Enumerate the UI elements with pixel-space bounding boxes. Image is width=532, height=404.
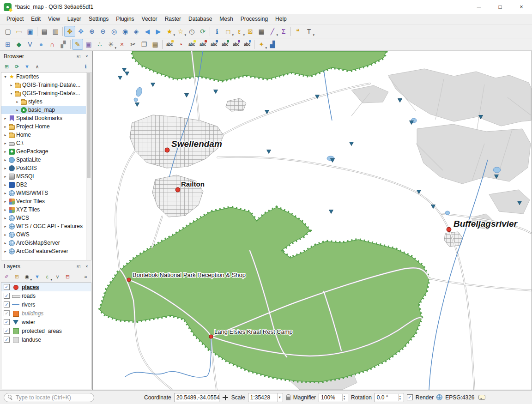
browser-item-vector-tiles[interactable]: ▸Vector Tiles (1, 197, 91, 205)
browser-item-basic-map[interactable]: ▸basic_map (1, 106, 91, 114)
browser-item-styles[interactable]: ▸styles (1, 97, 91, 106)
menu-view[interactable]: View (44, 15, 64, 23)
browser-item-arcgismapserver[interactable]: ▸ArcGisMapServer (1, 239, 91, 247)
browser-item-wcs[interactable]: ▸WCS (1, 214, 91, 222)
spin-down-icon[interactable]: ▾ (399, 398, 401, 400)
collapse-all-button[interactable]: ∧ (32, 62, 42, 72)
expand-arrow-icon[interactable]: ▸ (3, 233, 7, 237)
scale-combobox[interactable]: 1:35428 ▾ (248, 393, 283, 402)
pin-unpin-labels-button[interactable]: abc (197, 39, 208, 50)
filter-browser-button[interactable]: ▼ (22, 62, 32, 72)
browser-item-qgis-training-data-s[interactable]: ▾QGIS-Training-Data\s... (1, 89, 91, 97)
layer-labeling-button[interactable]: abc (164, 39, 175, 50)
data-source-manager-button[interactable]: ⊞ (2, 39, 13, 50)
zoom-full-button[interactable]: ◎ (109, 26, 120, 37)
layer-styling-button[interactable]: ✐ (2, 272, 12, 282)
close-button[interactable]: × (511, 0, 532, 14)
map-tips-button[interactable]: ❝ (292, 26, 303, 37)
add-selected-layers-button[interactable]: ⊞ (2, 62, 12, 72)
menu-plugins[interactable]: Plugins (112, 15, 138, 23)
zoom-last-button[interactable]: ◀ (142, 26, 153, 37)
locate-input[interactable]: Type to locate (Ctrl+K) (4, 393, 94, 402)
expand-arrow-icon[interactable]: ▸ (3, 175, 7, 179)
save-layer-edits-button[interactable]: ▣ (83, 39, 94, 50)
new-spatial-bookmark-button[interactable]: ★▾ (164, 26, 175, 37)
expand-arrow-icon[interactable]: ▸ (3, 241, 7, 245)
browser-item-xyz-tiles[interactable]: ▸XYZ Tiles (1, 205, 91, 214)
layer-item-landuse[interactable]: ✓landuse (1, 335, 91, 344)
save-project-button[interactable]: ▣ (24, 26, 36, 37)
statistical-summary-button[interactable]: Σ (278, 26, 289, 37)
expand-arrow-icon[interactable]: ▸ (3, 208, 7, 212)
deselect-features-button[interactable]: ⊠ (245, 26, 256, 37)
open-project-button[interactable]: ▭ (13, 26, 24, 37)
browser-item-geopackage[interactable]: ▸GeoPackage (1, 147, 91, 156)
zoom-out-button[interactable]: ⊖ (97, 26, 109, 37)
browser-item-home[interactable]: ▸Home (1, 131, 91, 139)
layer-visibility-checkbox[interactable]: ✓ (4, 310, 10, 316)
expand-arrow-icon[interactable]: ▸ (9, 83, 13, 87)
expand-arrow-icon[interactable]: ▸ (3, 116, 7, 121)
zoom-to-selection-button[interactable]: ◉ (120, 26, 131, 37)
close-panel-button[interactable]: × (83, 53, 91, 60)
expand-arrow-icon[interactable]: ▸ (3, 166, 7, 170)
expand-arrow-icon[interactable]: ▸ (3, 224, 7, 229)
select-by-expression-button[interactable]: ε▾ (234, 26, 245, 37)
toggle-editing-button[interactable]: ✎ (72, 39, 83, 50)
rotate-label-button[interactable]: abc (230, 39, 242, 50)
new-geopackage-layer-button[interactable]: ◆ (13, 39, 24, 50)
show-layout-manager-button[interactable]: ▥ (50, 26, 61, 37)
filter-legend-button[interactable]: ▼ (32, 272, 42, 282)
refresh-browser-button[interactable]: ⟳ (12, 62, 22, 72)
copy-features-button[interactable]: ❐ (139, 39, 150, 50)
browser-item-arcgisfeatureserver[interactable]: ▸ArcGisFeatureServer (1, 247, 91, 255)
snapping-options-button[interactable]: ∩ (47, 39, 58, 50)
expand-arrow-icon[interactable]: ▸ (3, 191, 7, 195)
layer-item-rivers[interactable]: ✓rivers (1, 300, 91, 309)
browser-item-project-home[interactable]: ▸Project Home (1, 122, 91, 131)
combo-arrow-icon[interactable]: ▾ (277, 393, 281, 402)
browser-item-ows[interactable]: ▸OWS (1, 230, 91, 239)
refresh-map-button[interactable]: ⟳ (197, 26, 208, 37)
python-console-button[interactable]: ▟ (267, 39, 278, 50)
layer-item-buildings[interactable]: ✓buildings (1, 309, 91, 318)
browser-properties-button[interactable]: ℹ (81, 62, 91, 72)
advanced-digitizing-button[interactable]: ▞ (58, 39, 69, 50)
remove-layer-button[interactable]: ⊟ (63, 272, 73, 282)
layer-item-protected-areas[interactable]: ✓protected_areas (1, 326, 91, 335)
temporal-controller-button[interactable]: ◷ (186, 26, 197, 37)
toolbar-overflow-button[interactable]: » (81, 272, 91, 282)
magnifier-spinbox[interactable]: 100% ▴▾ (319, 393, 348, 402)
measure-button[interactable]: ╱▾ (267, 26, 278, 37)
browser-item-wms-wmts[interactable]: ▸WMS/WMTS (1, 189, 91, 197)
menu-settings[interactable]: Settings (85, 15, 112, 23)
float-panel-button[interactable]: ◱ (75, 263, 82, 270)
menu-vector[interactable]: Vector (138, 15, 161, 23)
highlight-pinned-labels-button[interactable]: abc (186, 39, 197, 50)
collapse-arrow-icon[interactable]: ▾ (3, 75, 7, 79)
show-spatial-bookmarks-button[interactable]: ☆▾ (175, 26, 186, 37)
text-annotation-button[interactable]: T▾ (303, 26, 314, 37)
spin-steppers[interactable]: ▴▾ (398, 394, 402, 401)
coordinate-input[interactable]: 20.5489,-34.0554 (174, 393, 219, 402)
add-group-button[interactable]: ⊞ (12, 272, 22, 282)
minimize-button[interactable]: ─ (468, 0, 490, 14)
expand-arrow-icon[interactable]: ▸ (15, 108, 19, 112)
expand-arrow-icon[interactable]: ▸ (3, 158, 7, 162)
spin-steppers[interactable]: ▴▾ (342, 394, 346, 401)
menu-raster[interactable]: Raster (161, 15, 185, 23)
expand-arrow-icon[interactable]: ▸ (3, 183, 7, 187)
browser-item-postgis[interactable]: ▸PostGIS (1, 164, 91, 172)
new-virtual-layer-button[interactable]: V (24, 39, 36, 50)
render-checkbox[interactable]: ✓ (407, 394, 413, 400)
layer-item-places[interactable]: ✓places (1, 283, 91, 291)
layer-visibility-checkbox[interactable]: ✓ (4, 293, 10, 299)
layer-visibility-checkbox[interactable]: ✓ (4, 328, 10, 334)
collapse-arrow-icon[interactable]: ▾ (9, 91, 13, 96)
messages-icon[interactable] (478, 395, 485, 400)
layer-item-roads[interactable]: ✓roads (1, 291, 91, 300)
menu-project[interactable]: Project (3, 15, 27, 23)
menu-edit[interactable]: Edit (27, 15, 44, 23)
close-panel-button[interactable]: × (83, 263, 91, 270)
float-panel-button[interactable]: ◱ (75, 53, 82, 60)
